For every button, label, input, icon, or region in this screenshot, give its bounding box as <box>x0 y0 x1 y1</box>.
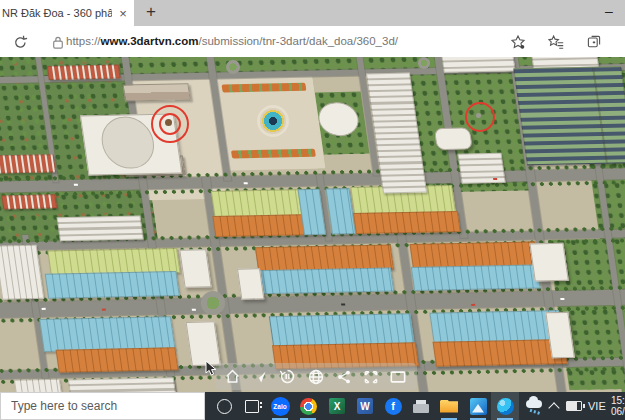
photos-button[interactable] <box>464 392 492 420</box>
new-tab-button[interactable]: + <box>138 0 164 26</box>
excel-button[interactable]: X <box>323 392 351 420</box>
screen-mode-icon[interactable] <box>389 369 407 385</box>
facebook-icon: f <box>385 398 402 415</box>
search-placeholder: Type here to search <box>11 399 117 413</box>
tray-overflow-button[interactable] <box>544 392 564 420</box>
edge-button[interactable] <box>491 392 519 420</box>
roundabout <box>418 57 430 69</box>
browser-tab-bar: NR Đăk Đoa - 360 phân lô × + – <box>0 0 625 26</box>
window-minimize-button[interactable]: – <box>594 0 624 26</box>
zalo-button[interactable]: Zalo <box>266 392 294 420</box>
tab-title: NR Đăk Đoa - 360 phân lô <box>0 7 112 19</box>
clock-time: 15: <box>611 395 625 406</box>
taskbar-clock[interactable]: 15: 06/07 <box>611 395 625 417</box>
edge-icon <box>497 398 514 415</box>
url-scheme: https:// <box>66 35 101 47</box>
url-host: www.3dartvn.com <box>101 35 199 47</box>
map-viewport[interactable] <box>0 57 625 392</box>
word-icon: W <box>357 398 373 414</box>
send-icon[interactable] <box>252 369 268 385</box>
taskbar-search-box[interactable]: Type here to search <box>0 392 205 420</box>
file-explorer-icon <box>440 400 458 413</box>
browser-tab[interactable]: NR Đăk Đoa - 360 phân lô × <box>0 0 134 26</box>
globe-icon[interactable] <box>307 368 325 386</box>
language-indicator[interactable]: VIE <box>588 392 606 420</box>
chrome-icon <box>300 398 317 415</box>
url-path: /submission/tnr-3dart/dak_doa/360_3d/ <box>199 35 398 47</box>
viewer-toolbar <box>215 363 417 390</box>
fountain-plaza <box>260 108 286 134</box>
clock-date: 06/07 <box>611 406 625 417</box>
autorotate-icon[interactable] <box>279 368 296 385</box>
chevron-up-icon <box>548 402 559 413</box>
zalo-icon: Zalo <box>271 397 290 416</box>
mouse-cursor <box>205 360 218 381</box>
facebook-button[interactable]: f <box>379 392 407 420</box>
fullscreen-icon[interactable] <box>363 369 379 385</box>
address-bar[interactable]: https://www.3dartvn.com/submission/tnr-3… <box>0 26 625 58</box>
favorites-list-icon[interactable] <box>544 30 568 54</box>
tab-close-icon[interactable]: × <box>112 6 134 21</box>
cortana-button[interactable] <box>210 392 238 420</box>
taskbar: Type here to search Zalo X W f VIE 15: 0… <box>0 392 625 420</box>
cortana-icon <box>217 399 232 414</box>
roundabout <box>226 60 240 74</box>
chrome-button[interactable] <box>294 392 322 420</box>
printer-button[interactable] <box>407 392 435 420</box>
task-view-icon <box>245 400 259 413</box>
collections-icon[interactable] <box>582 30 606 54</box>
url-field[interactable]: https://www.3dartvn.com/submission/tnr-3… <box>66 26 398 57</box>
map-overlay-layer <box>0 57 625 392</box>
screen: NR Đăk Đoa - 360 phân lô × + – https://w… <box>0 0 625 420</box>
task-view-button[interactable] <box>238 392 266 420</box>
excel-icon: X <box>329 398 345 414</box>
share-icon[interactable] <box>336 369 352 385</box>
park-marker-dot <box>476 113 481 118</box>
refresh-icon[interactable] <box>8 30 32 54</box>
photos-icon <box>470 398 487 415</box>
word-button[interactable]: W <box>351 392 379 420</box>
home-icon[interactable] <box>224 368 241 385</box>
roundabout <box>201 291 225 315</box>
battery-icon <box>566 401 582 411</box>
file-explorer-button[interactable] <box>435 392 463 420</box>
weather-cloud-icon <box>526 400 542 408</box>
printer-icon <box>413 404 429 413</box>
flag-plaza-core <box>165 119 172 126</box>
add-favorite-star-icon[interactable] <box>506 30 530 54</box>
battery-tray-button[interactable] <box>562 392 586 420</box>
